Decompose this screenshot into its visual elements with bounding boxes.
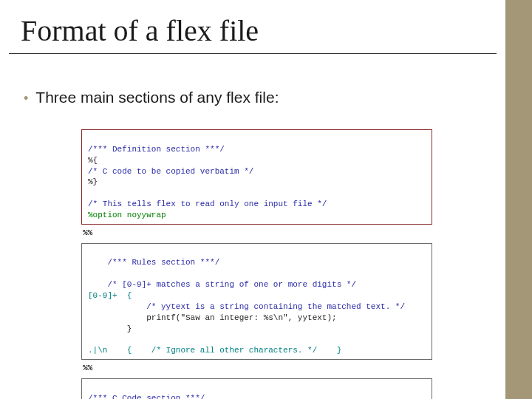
code-line: [0-9]+ { xyxy=(88,291,132,300)
rules-section-box: /*** Rules section ***/ /* [0-9]+ matche… xyxy=(81,243,432,360)
code-line: /*** Rules section ***/ xyxy=(88,258,219,267)
code-line: printf("Saw an integer: %s\n", yytext); xyxy=(88,313,337,322)
slide-title: Format of a flex file xyxy=(21,13,259,48)
code-line: /*** C Code section ***/ xyxy=(88,394,205,399)
code-line: /*** Definition section ***/ xyxy=(88,145,225,154)
code-line: /* C code to be copied verbatim */ xyxy=(88,167,253,176)
code-line: .|\n { /* Ignore all other characters. *… xyxy=(88,346,341,355)
slide: Format of a flex file • Three main secti… xyxy=(0,0,532,399)
code-line: %} xyxy=(88,177,98,186)
bullet-item: • Three main sections of any flex file: xyxy=(24,89,279,106)
side-accent-bar xyxy=(505,0,532,399)
bullet-text: Three main sections of any flex file: xyxy=(35,89,279,106)
code-line: %option noyywrap xyxy=(88,211,166,219)
code-line: } xyxy=(88,324,132,333)
title-rule xyxy=(9,53,497,54)
definition-section-box: /*** Definition section ***/ %{ /* C cod… xyxy=(81,129,432,225)
code-line: %{ xyxy=(88,156,98,165)
code-line: /* [0-9]+ matches a string of one or mor… xyxy=(88,280,356,289)
section-separator: %% xyxy=(81,228,432,239)
c-code-section-box: /*** C Code section ***/ xyxy=(81,378,432,399)
code-line: /* yytext is a string containing the mat… xyxy=(88,302,405,311)
code-diagram: /*** Definition section ***/ %{ /* C cod… xyxy=(81,129,432,399)
section-separator: %% xyxy=(81,363,432,374)
code-line: /* This tells flex to read only one inpu… xyxy=(88,200,327,208)
bullet-dot-icon: • xyxy=(24,92,28,105)
